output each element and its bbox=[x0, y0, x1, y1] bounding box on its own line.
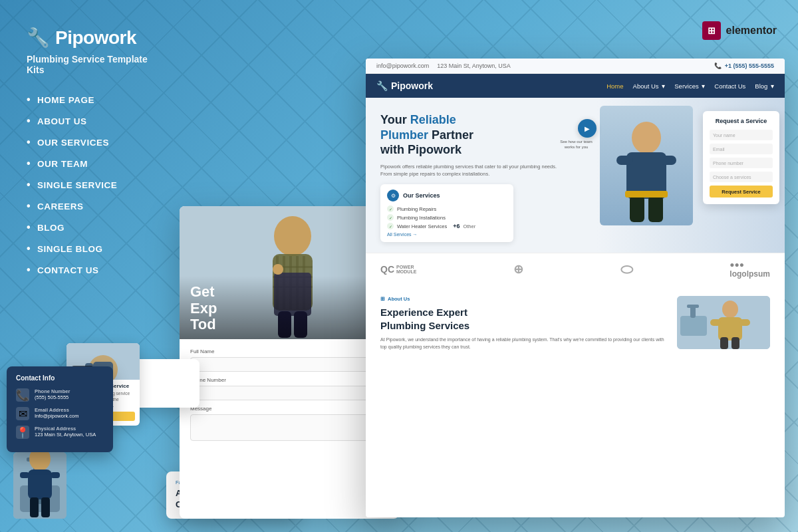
site-logo: 🔧 Pipowork bbox=[376, 80, 433, 91]
request-form: Request a Service Your name Email Phone … bbox=[703, 111, 779, 204]
play-caption: See how our team works for you bbox=[558, 139, 595, 150]
nav-item-services[interactable]: OUR SERVICES bbox=[27, 136, 166, 148]
form-email-field[interactable]: Email bbox=[710, 144, 773, 154]
service-item-3: ✓ Water Heater Services +6 Other bbox=[387, 223, 507, 229]
mid-name-label: Full Name bbox=[190, 348, 388, 354]
check-icon-1: ✓ bbox=[387, 205, 394, 212]
svg-rect-12 bbox=[720, 337, 728, 349]
nav-services[interactable]: Services ▾ bbox=[674, 82, 705, 90]
svg-rect-14 bbox=[680, 316, 707, 336]
form-title: Request a Service bbox=[710, 118, 773, 124]
all-services-link[interactable]: All Services → bbox=[387, 232, 507, 237]
svg-rect-16 bbox=[687, 305, 699, 308]
nav-item-contact[interactable]: CONTACT US bbox=[27, 264, 166, 276]
contact-address-value: 123 Main St, Anytown, USA bbox=[35, 432, 96, 438]
services-more-count: +6 bbox=[453, 223, 460, 229]
services-mini-header: ⚙ Our Services bbox=[387, 190, 507, 201]
about-plumber-image bbox=[677, 296, 770, 349]
play-button[interactable]: ▶ bbox=[578, 119, 597, 138]
email-contact-icon: ✉ bbox=[16, 407, 29, 420]
svg-rect-11 bbox=[739, 319, 750, 326]
contact-info-card: Contact Info 📞 Phone Number (555) 505-55… bbox=[7, 366, 113, 452]
nav-item-home[interactable]: HOME PAGE bbox=[27, 94, 166, 106]
elementor-badge: ⊞ elementor bbox=[702, 21, 777, 40]
tagline: Plumbing Service Template Kits bbox=[27, 54, 166, 75]
svg-rect-10 bbox=[710, 319, 721, 326]
about-description: At Pipowork, we understand the importanc… bbox=[380, 336, 668, 350]
svg-rect-39 bbox=[51, 472, 60, 478]
mid-message-textarea[interactable] bbox=[190, 414, 388, 441]
hero-content: Your ReliablePlumber Partnerwith Pipowor… bbox=[380, 112, 567, 242]
site-header: 🔧 Pipowork Home About Us ▾ Services ▾ Co… bbox=[366, 74, 785, 98]
form-name-field[interactable]: Your name bbox=[710, 130, 773, 140]
svg-rect-38 bbox=[20, 472, 29, 478]
about-section-label: About Us bbox=[380, 296, 668, 302]
nav-contact[interactable]: Contact Us bbox=[714, 82, 745, 90]
service-item-1: ✓ Plumbing Repairs bbox=[387, 205, 507, 212]
nav-item-team[interactable]: OUR TEAM bbox=[27, 158, 166, 170]
logo-icon: 🔧 bbox=[27, 27, 50, 49]
contact-address-label: Physical Address bbox=[35, 426, 96, 432]
mid-name-input[interactable] bbox=[190, 357, 388, 372]
topbar-address: 123 Main St, Anytown, USA bbox=[437, 63, 511, 69]
contact-email-value: Info@pipowork.com bbox=[35, 413, 78, 419]
site-topbar: info@pipowork.com 123 Main St, Anytown, … bbox=[366, 59, 785, 74]
about-image bbox=[677, 296, 770, 349]
brand-qc-icon: QC bbox=[380, 264, 394, 275]
hero-right: ▶ See how our team works for you bbox=[573, 112, 693, 242]
svg-rect-6 bbox=[625, 191, 668, 198]
site-logo-text: Pipowork bbox=[391, 80, 433, 91]
form-phone-field[interactable]: Phone number bbox=[710, 158, 773, 168]
contact-email-item: ✉ Email Address Info@pipowork.com bbox=[16, 407, 104, 420]
topbar-left: info@pipowork.com 123 Main St, Anytown, … bbox=[376, 63, 511, 69]
elementor-label: elementor bbox=[726, 25, 777, 37]
mid-hero-text: GetExpTod bbox=[190, 284, 388, 332]
services-mini-title: Our Services bbox=[403, 192, 440, 199]
services-mini-card: ⚙ Our Services ✓ Plumbing Repairs ✓ Plum… bbox=[380, 184, 513, 242]
services-other-label: Other bbox=[463, 223, 475, 229]
svg-rect-5 bbox=[648, 196, 663, 222]
svg-rect-13 bbox=[732, 337, 739, 349]
service-text-2: Plumbing Installations bbox=[397, 215, 446, 221]
service-text-3: Water Heater Services bbox=[397, 223, 447, 229]
svg-rect-40 bbox=[30, 497, 39, 517]
logo-area: 🔧 Pipowork bbox=[27, 27, 166, 49]
topbar-phone: +1 (555) 555-5555 bbox=[725, 63, 774, 69]
nav-item-single-service[interactable]: SINGLE SERVICE bbox=[27, 179, 166, 191]
nav-item-single-blog[interactable]: SINGLE BLOG bbox=[27, 243, 166, 255]
worker-svg bbox=[13, 446, 66, 519]
brand-2: ⊕ bbox=[513, 262, 523, 277]
plumber-silhouette bbox=[613, 119, 680, 225]
site-nav: Home About Us ▾ Services ▾ Contact Us Bl… bbox=[606, 82, 774, 90]
brand-2-icon: ⊕ bbox=[513, 262, 523, 277]
contact-card-title: Contact Info bbox=[16, 374, 104, 382]
elementor-icon: ⊞ bbox=[702, 21, 721, 40]
contact-phone-item: 📞 Phone Number (555) 505-5555 bbox=[16, 388, 104, 402]
svg-point-8 bbox=[722, 301, 738, 318]
svg-point-0 bbox=[632, 122, 661, 154]
site-hero: Your ReliablePlumber Partnerwith Pipowor… bbox=[366, 98, 785, 253]
request-service-button[interactable]: Request Service bbox=[710, 186, 773, 198]
phone-icon: 📞 bbox=[714, 63, 722, 69]
brand-3-icon: ⬭ bbox=[620, 261, 633, 278]
nav-about[interactable]: About Us ▾ bbox=[633, 82, 666, 90]
address-contact-icon: 📍 bbox=[16, 426, 29, 439]
nav-item-careers[interactable]: CAREERS bbox=[27, 200, 166, 212]
nav-item-about[interactable]: ABOUT US bbox=[27, 115, 166, 127]
service-text-1: Plumbing Repairs bbox=[397, 206, 436, 212]
check-icon-2: ✓ bbox=[387, 214, 394, 221]
svg-rect-2 bbox=[616, 156, 633, 165]
mid-message-label: Message bbox=[190, 406, 388, 412]
svg-rect-4 bbox=[630, 196, 644, 222]
form-service-field[interactable]: Choose a services bbox=[710, 172, 773, 182]
nav-blog[interactable]: Blog ▾ bbox=[755, 82, 774, 90]
brand-3: ⬭ bbox=[620, 261, 633, 278]
contact-address-info: Physical Address 123 Main St, Anytown, U… bbox=[35, 426, 96, 438]
nav-home[interactable]: Home bbox=[606, 82, 623, 90]
brand-qc: QC POWERMODULE bbox=[380, 264, 416, 275]
hero-title: Your ReliablePlumber Partnerwith Pipowor… bbox=[380, 112, 567, 158]
topbar-email: info@pipowork.com bbox=[376, 63, 429, 69]
nav-item-blog[interactable]: BLOG bbox=[27, 221, 166, 233]
mid-phone-input[interactable] bbox=[190, 386, 388, 400]
about-content: About Us Experience ExpertPlumbing Servi… bbox=[380, 296, 668, 350]
